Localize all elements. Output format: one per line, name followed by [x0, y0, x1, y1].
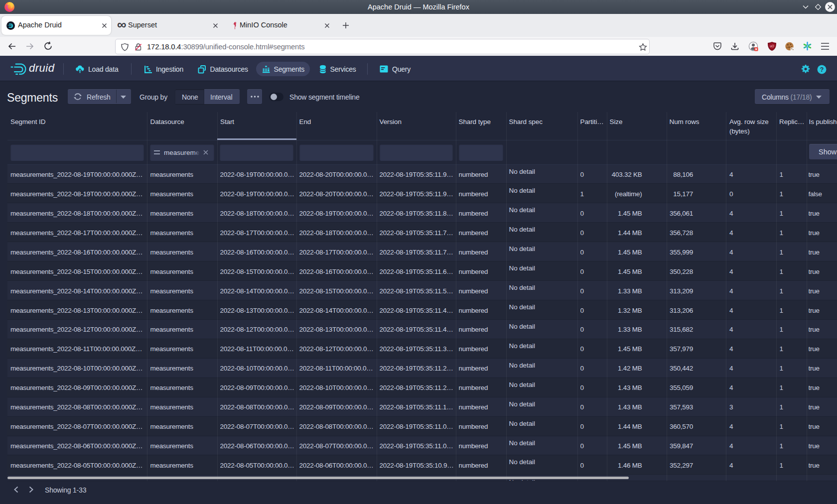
svg-text:?: ?: [820, 66, 824, 73]
svg-text:uO: uO: [770, 44, 774, 48]
